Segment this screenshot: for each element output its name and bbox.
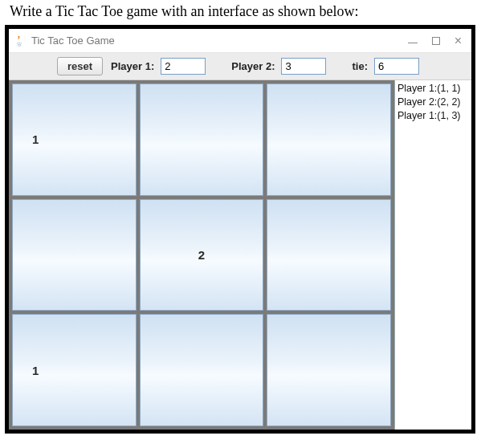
move-log: Player 1:(1, 1) Player 2:(2, 2) Player 1…	[394, 80, 471, 430]
cell-0-2[interactable]	[267, 83, 391, 196]
cell-1-0[interactable]	[12, 199, 137, 312]
player2-label: Player 2:	[231, 60, 275, 72]
problem-instruction: Write a Tic Tac Toe game with an interfa…	[0, 0, 481, 25]
player2-score-input[interactable]	[281, 58, 326, 75]
main-content: 1 2 1 Player 1:(1, 1) Player 2:(2, 2) Pl…	[9, 80, 471, 430]
player1-score-input[interactable]	[161, 58, 206, 75]
cell-2-1[interactable]	[140, 314, 264, 426]
close-icon[interactable]: ×	[455, 36, 462, 46]
tie-score-input[interactable]	[374, 58, 419, 75]
reset-button[interactable]: reset	[57, 57, 103, 75]
cell-2-2[interactable]	[267, 314, 391, 426]
window-titlebar: Tic Tac Toe Game ×	[9, 29, 471, 53]
cell-0-0[interactable]: 1	[12, 83, 137, 196]
cell-1-2[interactable]	[267, 199, 391, 312]
player1-label: Player 1:	[111, 60, 154, 72]
application-window: Tic Tac Toe Game × reset Player 1: Playe…	[5, 25, 475, 434]
game-board: 1 2 1	[9, 80, 394, 430]
cell-0-1[interactable]	[140, 83, 264, 196]
tie-label: tie:	[352, 60, 368, 72]
cell-1-1[interactable]: 2	[140, 199, 264, 312]
cell-2-0[interactable]: 1	[12, 314, 137, 426]
window-title: Tic Tac Toe Game	[31, 35, 115, 47]
maximize-icon[interactable]	[432, 37, 440, 45]
window-control-buttons: ×	[408, 36, 467, 46]
java-icon	[14, 35, 26, 47]
minimize-icon[interactable]	[408, 43, 418, 43]
score-toolbar: reset Player 1: Player 2: tie:	[9, 53, 471, 80]
